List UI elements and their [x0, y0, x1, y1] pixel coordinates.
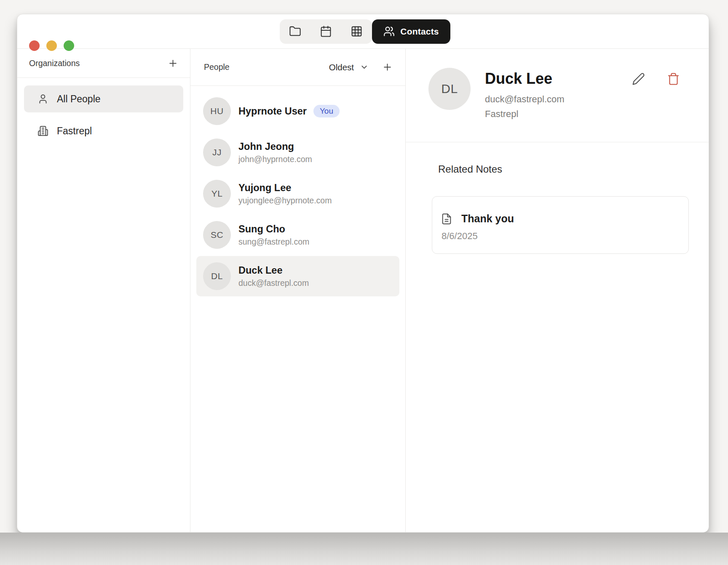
desktop-floor-shadow — [0, 533, 728, 565]
contacts-icon — [383, 26, 395, 37]
tab-table[interactable] — [341, 19, 372, 44]
view-switcher-group — [280, 19, 372, 44]
view-switcher: Contacts — [280, 19, 450, 44]
person-name: Sung Cho — [238, 224, 285, 235]
people-header: People Oldest — [190, 49, 405, 86]
person-text: Yujong Lee yujonglee@hyprnote.com — [238, 182, 332, 205]
person-email: duck@fastrepl.com — [238, 278, 309, 288]
avatar: YL — [203, 180, 231, 208]
note-icon — [441, 213, 452, 225]
contact-info: Duck Lee duck@fastrepl.com Fastrepl — [485, 68, 565, 142]
sidebar-item-label: All People — [57, 93, 101, 105]
person-email: yujonglee@hyprnote.com — [238, 196, 332, 205]
contact-avatar: DL — [428, 68, 471, 110]
zoom-window-button[interactable] — [64, 40, 74, 51]
avatar: HU — [203, 97, 231, 125]
person-text: John Jeong john@hyprnote.com — [238, 141, 312, 164]
sidebar-item-label: Fastrepl — [57, 125, 92, 137]
person-name: Duck Lee — [238, 265, 283, 276]
chevron-down-icon — [360, 63, 369, 72]
avatar: DL — [203, 262, 231, 290]
titlebar: Contacts — [17, 14, 709, 49]
avatar: SC — [203, 221, 231, 249]
person-name: Yujong Lee — [238, 182, 291, 194]
note-row: Thank you — [441, 213, 678, 225]
organizations-header: Organizations — [17, 49, 190, 78]
sort-dropdown[interactable]: Oldest — [329, 62, 369, 72]
window-controls — [29, 40, 74, 51]
tab-calendar[interactable] — [310, 19, 341, 44]
avatar-initials: JJ — [212, 147, 222, 157]
avatar-initials: SC — [211, 230, 223, 240]
related-notes-title: Related Notes — [438, 163, 689, 175]
tab-contacts-label: Contacts — [400, 27, 439, 37]
avatar-initials: YL — [211, 189, 223, 199]
person-row-hyprnote-user[interactable]: HU Hyprnote User You — [196, 91, 399, 131]
people-column: People Oldest HU Hyprnote U — [190, 49, 406, 532]
avatar-initials: DL — [211, 271, 223, 281]
avatar-initials: HU — [210, 106, 223, 116]
contact-detail-body: Related Notes Thank you 8/6/2025 — [406, 142, 709, 254]
plus-icon — [168, 58, 178, 69]
sort-dropdown-value: Oldest — [329, 62, 354, 72]
delete-contact-button[interactable] — [665, 71, 682, 87]
person-icon — [37, 93, 48, 104]
you-badge: You — [313, 105, 340, 117]
organizations-title: Organizations — [29, 59, 80, 68]
contact-email: duck@fastrepl.com — [485, 94, 565, 105]
person-row-duck-lee[interactable]: DL Duck Lee duck@fastrepl.com — [196, 256, 399, 296]
app-window: Contacts Organizations All People Fastre… — [17, 14, 709, 533]
contact-detail-header: DL Duck Lee duck@fastrepl.com Fastrepl — [406, 49, 709, 142]
people-list: HU Hyprnote User You JJ John Jeong john@… — [190, 86, 405, 532]
contact-actions — [630, 71, 682, 87]
contact-detail-panel: DL Duck Lee duck@fastrepl.com Fastrepl R… — [406, 49, 709, 532]
person-text: Duck Lee duck@fastrepl.com — [238, 265, 309, 288]
person-text: Hyprnote User You — [238, 105, 340, 117]
tab-folder[interactable] — [280, 19, 310, 44]
person-row-yujong-lee[interactable]: YL Yujong Lee yujonglee@hyprnote.com — [196, 173, 399, 214]
add-organization-button[interactable] — [166, 56, 180, 70]
person-email: sung@fastrepl.com — [238, 237, 309, 247]
pencil-icon — [632, 72, 645, 85]
calendar-icon — [320, 25, 332, 37]
organizations-sidebar: Organizations All People Fastrepl — [17, 49, 190, 532]
folder-icon — [289, 25, 301, 37]
person-text: Sung Cho sung@fastrepl.com — [238, 224, 309, 247]
sidebar-item-fastrepl[interactable]: Fastrepl — [24, 117, 183, 144]
organizations-list: All People Fastrepl — [17, 78, 190, 157]
person-row-sung-cho[interactable]: SC Sung Cho sung@fastrepl.com — [196, 215, 399, 255]
people-title: People — [204, 62, 230, 72]
person-name: John Jeong — [238, 141, 294, 152]
avatar: JJ — [203, 139, 231, 166]
trash-icon — [667, 72, 680, 85]
contact-organization: Fastrepl — [485, 109, 565, 120]
edit-contact-button[interactable] — [630, 71, 647, 87]
minimize-window-button[interactable] — [46, 40, 57, 51]
person-name: Hyprnote User — [238, 106, 307, 117]
contact-name: Duck Lee — [485, 70, 565, 87]
main-content: Organizations All People Fastrepl People — [17, 49, 709, 532]
add-person-button[interactable] — [380, 60, 394, 74]
people-controls: Oldest — [329, 60, 394, 74]
tab-contacts[interactable]: Contacts — [372, 19, 450, 44]
note-date: 8/6/2025 — [442, 231, 678, 242]
close-window-button[interactable] — [29, 40, 40, 51]
note-title: Thank you — [461, 213, 514, 225]
contact-avatar-initials: DL — [441, 82, 458, 96]
person-row-john-jeong[interactable]: JJ John Jeong john@hyprnote.com — [196, 132, 399, 173]
plus-icon — [382, 62, 393, 72]
sidebar-item-all-people[interactable]: All People — [24, 85, 183, 112]
note-card[interactable]: Thank you 8/6/2025 — [432, 196, 689, 254]
person-email: john@hyprnote.com — [238, 155, 312, 164]
table-icon — [351, 25, 363, 37]
building-icon — [37, 125, 48, 136]
